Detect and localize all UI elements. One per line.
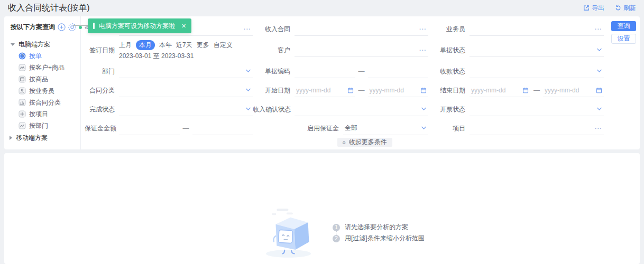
ellipsis-icon[interactable]: ··· [419, 47, 427, 53]
chevron-down-icon [245, 88, 251, 92]
range-dash: — [355, 87, 368, 94]
filter-form: ··· 收入合同 ··· 业务员 ··· 签订日期 [85, 20, 604, 138]
filter-row-5: 完成状态 收入确认状态 开票状态 [85, 100, 604, 119]
ellipsis-icon[interactable]: ··· [595, 26, 602, 32]
filter-label: 合同分类 [85, 86, 119, 95]
plan-tree: 电脑端方案 按单 按客户+商品 按商品 按业务员 按合同分类 [11, 39, 80, 144]
quick-option-last-month[interactable]: 上月 [119, 41, 132, 50]
tooltip-connector [73, 25, 88, 26]
quick-option-custom[interactable]: 自定义 [214, 41, 233, 50]
query-panel: 按以下方案查询 « 电脑端方案 按单 按客户+商品 [4, 16, 640, 149]
step-2-text: 用[过滤]条件来缩小分析范围 [345, 234, 425, 243]
sidebar-item-by-contract-category[interactable]: 按合同分类 [11, 97, 80, 108]
filter-label: 启用保证金 [253, 124, 343, 133]
collapse-conditions-button[interactable]: « 收起更多条件 [337, 138, 392, 147]
contract-category-select[interactable] [119, 84, 253, 97]
filter-label: 单据编码 [253, 67, 295, 76]
sidebar-item-label: 按商品 [29, 75, 48, 84]
refresh-label: 刷新 [623, 4, 636, 13]
calendar-icon [347, 87, 354, 93]
range-dash: — [180, 125, 192, 132]
completion-status-select[interactable] [119, 103, 253, 116]
tree-group-mobile[interactable]: 移动端方案 [10, 132, 80, 144]
line-chart-icon [19, 122, 26, 129]
deposit-amount-from-input[interactable] [119, 122, 180, 135]
sidebar-item-by-department[interactable]: 按部门 [11, 120, 80, 131]
refresh-button[interactable]: 刷新 [615, 4, 636, 13]
export-label: 导出 [592, 4, 604, 13]
plan-tooltip: 电脑方案可设为移动方案啦 ✕ [88, 18, 191, 33]
add-plan-button[interactable] [58, 23, 66, 31]
end-date-from-input[interactable]: yyyy-mm-dd [470, 84, 530, 97]
customer-input[interactable]: ··· [295, 44, 428, 57]
filter-deposit-enabled: 启用保证金 全部 [253, 119, 428, 138]
end-date-to-input[interactable]: yyyy-mm-dd [543, 84, 604, 97]
bar-chart-icon [19, 99, 26, 106]
ellipsis-icon[interactable]: ··· [244, 26, 251, 32]
settings-button[interactable]: 设置 [611, 34, 636, 44]
sidebar-item-by-customer-product[interactable]: 按客户+商品 [11, 62, 80, 73]
sidebar-item-by-product[interactable]: 按商品 [11, 73, 80, 85]
filter-income-contract: 收入合同 ··· [253, 20, 428, 39]
invoice-status-select[interactable] [470, 103, 604, 116]
sidebar-item-label: 按业务员 [29, 87, 54, 96]
chevron-down-icon [596, 69, 602, 73]
quick-option-more[interactable]: 更多 [197, 41, 209, 50]
filter-label: 完成状态 [85, 105, 119, 114]
quick-option-this-year[interactable]: 本年 [159, 41, 172, 50]
doc-code-from-input[interactable] [295, 65, 355, 78]
filter-label: 业务员 [428, 25, 470, 34]
date-placeholder: yyyy-mm-dd [370, 87, 404, 94]
start-date-from-input[interactable]: yyyy-mm-dd [295, 84, 355, 97]
project-icon [19, 110, 26, 118]
filter-row-3: 部门 单据编码 — 收款状态 [85, 62, 604, 81]
sidebar-item-by-salesperson[interactable]: 按业务员 [11, 85, 80, 97]
step-1: 1 请先选择要分析的方案 [333, 223, 425, 231]
sidebar-header: 按以下方案查询 « [11, 23, 80, 32]
step-2: 2 用[过滤]条件来缩小分析范围 [333, 234, 425, 242]
filter-row-4: 合同分类 开始日期 yyyy-mm-dd — yyyy-mm-dd 结束日期 [85, 81, 604, 100]
date-placeholder: yyyy-mm-dd [296, 87, 330, 94]
sidebar-item-label: 按客户+商品 [29, 63, 65, 72]
ellipsis-icon[interactable]: ··· [419, 26, 427, 32]
filter-sign-date: 签订日期 上月 本月 本年 近7天 更多 自定义 2023-03-01 至 20… [85, 39, 253, 62]
chevron-down-icon [596, 48, 602, 52]
export-button[interactable]: 导出 [583, 4, 604, 13]
query-button[interactable]: 查询 [611, 21, 636, 31]
header-actions: 导出 刷新 [583, 4, 636, 13]
caret-right-icon [10, 136, 12, 140]
quick-option-last-7-days[interactable]: 近7天 [176, 41, 192, 50]
doc-status-select[interactable] [470, 44, 604, 57]
collection-status-select[interactable] [470, 65, 604, 78]
quick-option-this-month[interactable]: 本月 [136, 40, 155, 50]
plan-settings-button[interactable] [68, 23, 76, 31]
sidebar-item-by-order[interactable]: 按单 [11, 50, 80, 62]
page-title: 收入合同统计表(按单) [8, 3, 90, 14]
plan-sidebar: 按以下方案查询 « 电脑端方案 按单 按客户+商品 [4, 16, 81, 149]
income-contract-input[interactable]: ··· [295, 23, 428, 36]
deposit-enabled-select[interactable]: 全部 [343, 122, 428, 135]
salesperson-input[interactable]: ··· [470, 23, 604, 36]
sidebar-item-by-project[interactable]: 按项目 [11, 108, 80, 120]
tree-group-pc[interactable]: 电脑端方案 [11, 39, 80, 50]
tooltip-accent-bar [93, 23, 95, 29]
filter-department: 部门 [85, 62, 253, 81]
app-header: 收入合同统计表(按单) 导出 刷新 [0, 0, 644, 16]
empty-state-steps: 1 请先选择要分析的方案 2 用[过滤]条件来缩小分析范围 [333, 223, 425, 260]
ellipsis-icon[interactable]: ··· [595, 125, 602, 131]
filter-label: 收款状态 [428, 67, 470, 76]
deposit-enabled-value: 全部 [345, 124, 357, 133]
chevron-down-icon [421, 107, 427, 111]
calendar-icon [596, 87, 602, 93]
start-date-to-input[interactable]: yyyy-mm-dd [368, 84, 429, 97]
doc-code-to-input[interactable] [368, 65, 429, 78]
project-input[interactable]: ··· [470, 122, 604, 135]
chevron-down-icon [245, 69, 251, 73]
income-confirm-status-select[interactable] [295, 103, 428, 116]
department-select[interactable] [119, 65, 253, 78]
filter-project: 项目 ··· [428, 119, 604, 138]
empty-state-illustration [259, 206, 325, 260]
deposit-amount-to-input[interactable] [192, 122, 253, 135]
close-icon[interactable]: ✕ [181, 23, 186, 30]
tree-group-label: 移动端方案 [16, 134, 48, 143]
